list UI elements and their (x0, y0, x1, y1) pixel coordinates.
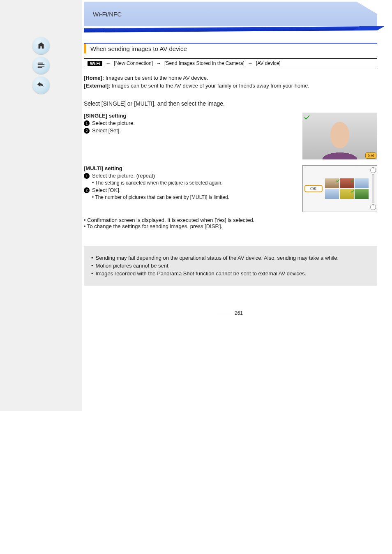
arrow-icon: → (248, 60, 253, 66)
note-box: •Sending may fail depending on the opera… (84, 246, 377, 286)
contents-icon (37, 61, 46, 70)
grid-thumb[interactable] (340, 189, 354, 199)
confirm-note: • Confirmation screen is displayed. It i… (84, 217, 377, 223)
select-heading: Select [SINGLE] or [MULTI], and then sel… (84, 100, 377, 107)
grid-thumb[interactable] (340, 178, 354, 188)
back-icon (37, 81, 46, 90)
multi-title: [MULTI] setting (84, 165, 297, 171)
scroll-up-button[interactable]: ˄ (370, 167, 376, 173)
multi-step-1: Select the picture. (repeat) (92, 173, 155, 179)
setting-external: [External]: Images can be sent to the AV… (84, 83, 377, 89)
step-marker: 2 (84, 128, 90, 134)
multi-preview: OK ˄ ˅ (302, 165, 377, 212)
grid-thumb[interactable] (325, 178, 339, 188)
setting-home: [Home]: Images can be sent to the home A… (84, 75, 377, 81)
section-title: When sending images to AV device (84, 43, 377, 53)
single-preview: Set (302, 113, 377, 159)
scroll-track[interactable] (372, 174, 374, 203)
multi-sub-1: • The setting is canceled when the pictu… (92, 180, 297, 186)
category-label: Wi-Fi/NFC (93, 11, 122, 18)
multi-step-2: Select [OK]. (92, 187, 120, 193)
step-marker: 2 (84, 187, 90, 193)
home-icon (37, 41, 46, 50)
step-marker: 1 (84, 173, 90, 179)
single-step-1: Select the picture. (92, 120, 135, 126)
grid-thumb[interactable] (355, 189, 369, 199)
set-button[interactable]: Set (365, 152, 376, 159)
single-step-2: Select [Set]. (92, 127, 121, 134)
arrow-icon: → (156, 60, 161, 66)
multi-sub-2: • The number of pictures that can be sen… (92, 194, 297, 200)
arrow-icon: → (106, 60, 111, 66)
menu-path: Wi-Fi → [New Connection] → [Send Images … (84, 58, 377, 68)
category-banner: Wi-Fi/NFC (84, 2, 377, 26)
check-icon (303, 113, 311, 121)
single-title: [SINGLE] setting (84, 113, 297, 119)
wifi-tag: Wi-Fi (88, 61, 102, 66)
ok-button[interactable]: OK (304, 185, 323, 192)
change-note: • To change the settings for sending ima… (84, 223, 377, 229)
grid-thumb[interactable] (355, 178, 369, 188)
back-button[interactable] (32, 76, 50, 94)
step-marker: 1 (84, 120, 90, 126)
grid-thumb[interactable] (325, 189, 339, 199)
scroll-down-button[interactable]: ˅ (370, 204, 376, 210)
home-button[interactable] (32, 37, 50, 54)
page-number: 261 (84, 310, 377, 316)
contents-button[interactable] (32, 57, 50, 74)
